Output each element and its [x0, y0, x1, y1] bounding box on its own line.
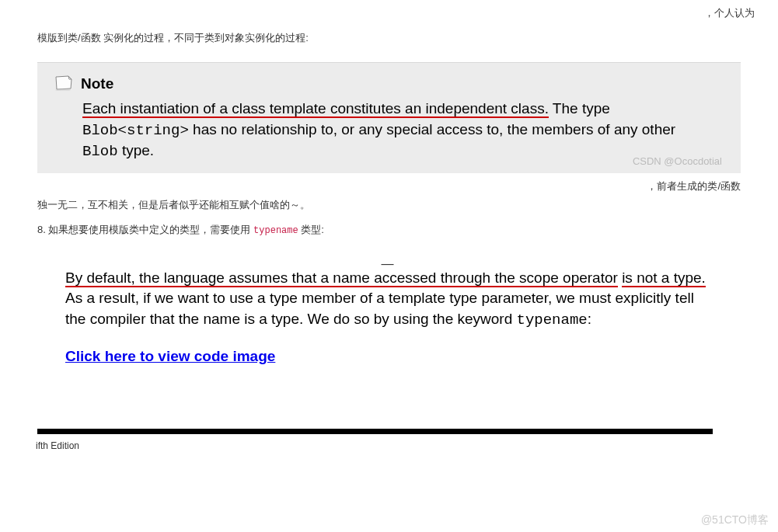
paragraph-continuation: 独一无二，互不相关，但是后者似乎还能相互赋个值啥的～。	[37, 198, 741, 212]
divider-bar	[37, 429, 713, 434]
underlined-line2: is not a type.	[622, 269, 706, 287]
note-body: Each instantiation of a class template c…	[53, 99, 725, 162]
underlined-line1: By default, the language assumes that a …	[65, 269, 618, 287]
view-code-link[interactable]: Click here to view code image	[65, 346, 275, 367]
code-blob: Blob	[82, 143, 118, 160]
cto-watermark: @51CTO博客	[701, 513, 769, 527]
note-text: The type	[549, 100, 610, 116]
dash-separator: —	[65, 256, 710, 266]
csdn-watermark: CSDN @Ococdotial	[633, 155, 722, 167]
footer-edition: ifth Edition	[36, 434, 741, 451]
margin-note-top: ，个人认为	[704, 6, 755, 20]
note-callout: Note Each instantiation of a class templ…	[37, 62, 741, 173]
note-header: Note	[53, 74, 725, 92]
note-text: type.	[118, 142, 154, 158]
note-text: has no relationship to, or any special a…	[189, 121, 675, 137]
code-typename-inline: typename	[253, 225, 298, 236]
underlined-sentence: Each instantiation of a class template c…	[82, 100, 549, 118]
list-item-8: 8. 如果想要使用模版类中定义的类型，需要使用 typename 类型:	[37, 223, 741, 237]
margin-note-right: ，前者生成的类/函数	[37, 178, 741, 193]
excerpt-text: As a result, if we want to use a type me…	[65, 290, 694, 327]
list-text-prefix: 8. 如果想要使用模版类中定义的类型，需要使用	[37, 224, 253, 235]
list-text-suffix: 类型:	[298, 224, 324, 235]
excerpt-text: :	[588, 311, 591, 327]
paragraph-intro: 模版到类/函数 实例化的过程，不同于类到对象实例化的过程:	[37, 0, 741, 45]
note-title: Note	[81, 74, 113, 92]
excerpt-paragraph: By default, the language assumes that a …	[65, 268, 710, 331]
book-excerpt: — By default, the language assumes that …	[37, 248, 741, 367]
code-blob-string: Blob<string>	[82, 122, 189, 139]
code-typename: typename	[517, 311, 588, 329]
margin-note-text: ，前者生成的类/函数	[647, 179, 741, 193]
note-icon	[53, 74, 75, 91]
article-content: 模版到类/函数 实例化的过程，不同于类到对象实例化的过程: Note Each …	[0, 0, 778, 451]
